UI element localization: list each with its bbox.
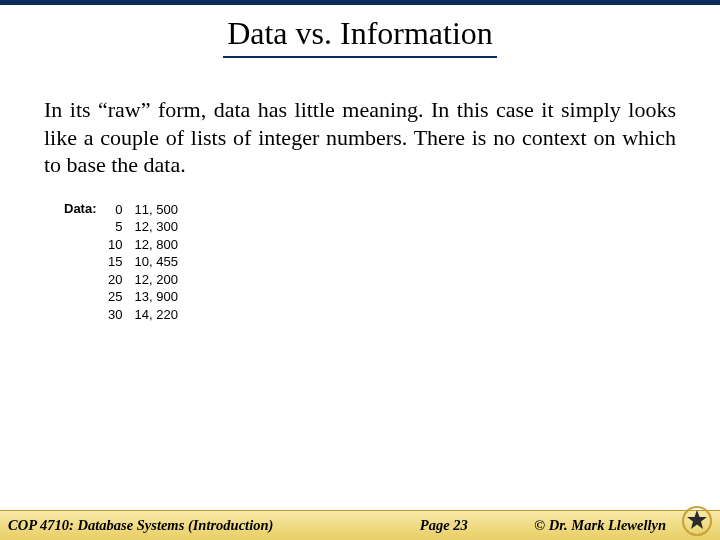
list-item: 12, 800 [135, 236, 178, 254]
data-columns: 0 5 10 15 20 25 30 11, 500 12, 300 12, 8… [105, 201, 178, 324]
data-col-left: 0 5 10 15 20 25 30 [105, 201, 123, 324]
footer: COP 4710: Database Systems (Introduction… [0, 510, 720, 540]
data-block: Data: 0 5 10 15 20 25 30 11, 500 12, 300… [64, 201, 676, 324]
slide: Data vs. Information In its “raw” form, … [0, 0, 720, 540]
data-col-right: 11, 500 12, 300 12, 800 10, 455 12, 200 … [135, 201, 178, 324]
list-item: 12, 200 [135, 271, 178, 289]
list-item: 0 [105, 201, 123, 219]
list-item: 15 [105, 253, 123, 271]
data-label: Data: [64, 201, 97, 216]
list-item: 5 [105, 218, 123, 236]
list-item: 10, 455 [135, 253, 178, 271]
slide-title: Data vs. Information [223, 15, 497, 58]
list-item: 12, 300 [135, 218, 178, 236]
svg-marker-1 [687, 510, 707, 529]
list-item: 30 [105, 306, 123, 324]
list-item: 20 [105, 271, 123, 289]
list-item: 10 [105, 236, 123, 254]
list-item: 13, 900 [135, 288, 178, 306]
footer-page: Page 23 [273, 517, 534, 534]
list-item: 25 [105, 288, 123, 306]
list-item: 11, 500 [135, 201, 178, 219]
footer-left: COP 4710: Database Systems (Introduction… [0, 517, 273, 534]
intro-paragraph: In its “raw” form, data has little meani… [44, 96, 676, 179]
title-wrap: Data vs. Information [0, 5, 720, 58]
list-item: 14, 220 [135, 306, 178, 324]
ucf-logo-icon [680, 504, 714, 538]
slide-body: In its “raw” form, data has little meani… [0, 58, 720, 323]
